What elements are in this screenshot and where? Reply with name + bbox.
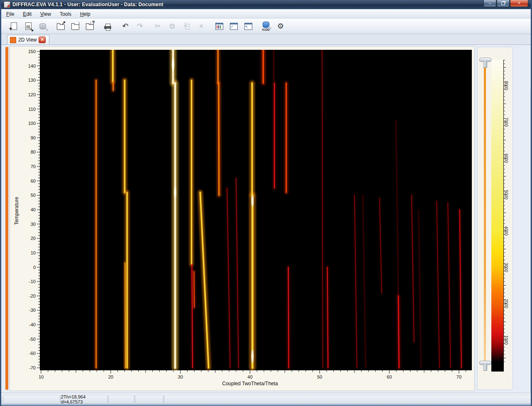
colorbar-min-thumb[interactable] (479, 361, 491, 365)
svg-text:70: 70 (456, 374, 461, 379)
status-bar: 2Th=18,964 d=4,67573 (1, 393, 532, 405)
svg-text:130: 130 (28, 78, 36, 83)
svg-text:60: 60 (31, 179, 36, 183)
save-as-button[interactable]: ↓? (83, 20, 96, 32)
svg-text:20: 20 (31, 236, 36, 241)
cut-button[interactable]: ✂ (151, 20, 164, 32)
menu-bar: FileEditViewToolsHelp (1, 9, 531, 19)
status-cursor-readout: 2Th=18,964 d=4,67573 (61, 395, 108, 404)
colorbar-max-thumb[interactable] (479, 58, 491, 62)
page-plus-icon (11, 22, 17, 30)
status-segment-3 (135, 395, 164, 404)
minimize-button[interactable]: – (483, 0, 496, 7)
tab-strip: 2D View ✕ (1, 34, 531, 44)
status-segment-0 (3, 395, 60, 404)
redo-arrow-icon: ↷ (137, 22, 143, 30)
tab-color-icon (10, 37, 16, 43)
window-check-icon: ✓ (230, 23, 238, 30)
print-button[interactable] (101, 20, 114, 32)
svg-text:-60: -60 (29, 351, 36, 356)
delete-button[interactable]: × (195, 20, 208, 32)
colorbar-scale-label: 7000 (504, 117, 508, 127)
right-splitter-rail[interactable] (530, 89, 532, 406)
heatmap-plot-panel[interactable]: 1501401301201101009080706050403020100-10… (10, 46, 475, 391)
status-segment-2 (108, 395, 134, 404)
select-window-button[interactable]: ↖ (242, 20, 255, 32)
printer-icon (104, 26, 111, 29)
svg-text:10: 10 (39, 374, 44, 379)
tab-label: 2D View (18, 37, 37, 43)
import-scan-button[interactable] (22, 20, 35, 32)
svg-text:110: 110 (28, 107, 36, 112)
tab-close-icon[interactable]: ✕ (39, 37, 46, 43)
icdd-database-icon: ICDD (262, 22, 270, 31)
svg-text:Temperature: Temperature (14, 197, 20, 225)
svg-text:Coupled TwoTheta/Theta: Coupled TwoTheta/Theta (222, 381, 278, 386)
export-button[interactable]: ↗ (54, 20, 67, 32)
save-button[interactable]: ↓ (68, 20, 82, 32)
svg-text:-40: -40 (29, 322, 36, 327)
svg-text:0: 0 (33, 265, 36, 270)
options-window-button[interactable]: ✓ (227, 20, 240, 32)
svg-text:-70: -70 (29, 365, 36, 370)
paste-page-icon: ⎗ (184, 22, 190, 30)
delete-x-icon: × (199, 22, 204, 30)
svg-text:-30: -30 (29, 308, 36, 313)
menu-edit[interactable]: Edit (19, 10, 35, 18)
colorbar-scale-label: 2000 (504, 299, 508, 308)
copy-button[interactable]: ⧉ (166, 20, 179, 32)
undo-button[interactable]: ↶ (119, 20, 132, 32)
scissors-icon: ✂ (154, 22, 161, 30)
menu-view[interactable]: View (37, 10, 55, 18)
svg-text:70: 70 (31, 164, 36, 169)
menu-file[interactable]: File (2, 10, 18, 18)
window-cursor-icon: ↖ (244, 23, 252, 30)
colorbar-scale-label: 6000 (504, 154, 508, 163)
menu-help[interactable]: Help (76, 10, 94, 18)
svg-text:140: 140 (28, 64, 36, 68)
svg-text:40: 40 (31, 207, 36, 212)
new-document-button[interactable] (7, 20, 20, 32)
redo-button[interactable]: ↷ (133, 20, 146, 32)
application-window: DIFFRAC.EVA V4.1.1 - User: EvaluationUse… (0, 0, 532, 406)
close-button[interactable]: × (510, 0, 528, 7)
window-title: DIFFRAC.EVA V4.1.1 - User: EvaluationUse… (12, 2, 164, 7)
selection-accent-bar[interactable] (5, 47, 8, 390)
svg-text:-50: -50 (29, 337, 36, 342)
colorbar-panel: 10002000300040005000600070008000 (477, 47, 513, 390)
colorbar-scale-label: 8000 (504, 81, 508, 90)
title-bar[interactable]: DIFFRAC.EVA V4.1.1 - User: EvaluationUse… (1, 0, 531, 9)
icdd-database-button[interactable]: ICDD (259, 20, 273, 32)
paste-button[interactable]: ⎗ (180, 20, 193, 32)
gear-icon: ⚙ (277, 22, 284, 30)
svg-text:120: 120 (28, 92, 36, 97)
svg-text:50: 50 (31, 193, 36, 198)
import-database-button[interactable] (36, 20, 49, 32)
svg-text:10: 10 (31, 250, 36, 255)
colorbar-scale-label: 4000 (504, 226, 508, 235)
settings-button[interactable]: ⚙ (274, 20, 287, 32)
svg-text:80: 80 (31, 149, 36, 154)
restore-button[interactable] (497, 0, 510, 7)
document-area: 1501401301201101009080706050403020100-10… (1, 44, 532, 393)
svg-text:-20: -20 (29, 293, 36, 298)
colorbar-gradient (491, 60, 504, 362)
svg-text:50: 50 (317, 374, 322, 379)
folder-arrow-out-icon: ↗ (57, 24, 65, 30)
scan-window-button[interactable] (212, 20, 226, 32)
svg-text:30: 30 (178, 374, 183, 379)
svg-text:20: 20 (108, 374, 113, 379)
colorbar-slider-track[interactable] (484, 59, 486, 371)
copy-pages-icon: ⧉ (170, 22, 175, 30)
app-icon (4, 1, 10, 8)
status-segment-4 (164, 395, 532, 404)
heatmap-plot[interactable]: 1501401301201101009080706050403020100-10… (10, 46, 474, 391)
svg-text:90: 90 (31, 135, 36, 140)
colorbar-scale-label: 3000 (504, 263, 508, 272)
tab-2d-view[interactable]: 2D View ✕ (7, 35, 49, 44)
window-bottom-frame (1, 404, 532, 406)
menu-tools[interactable]: Tools (56, 10, 75, 18)
svg-text:30: 30 (31, 222, 36, 227)
toolbar: ↗↓↓?↶↷✂⧉⎗×✓↖ICDD⚙ (1, 19, 531, 34)
folder-arrow-question-icon: ↓? (86, 24, 94, 30)
